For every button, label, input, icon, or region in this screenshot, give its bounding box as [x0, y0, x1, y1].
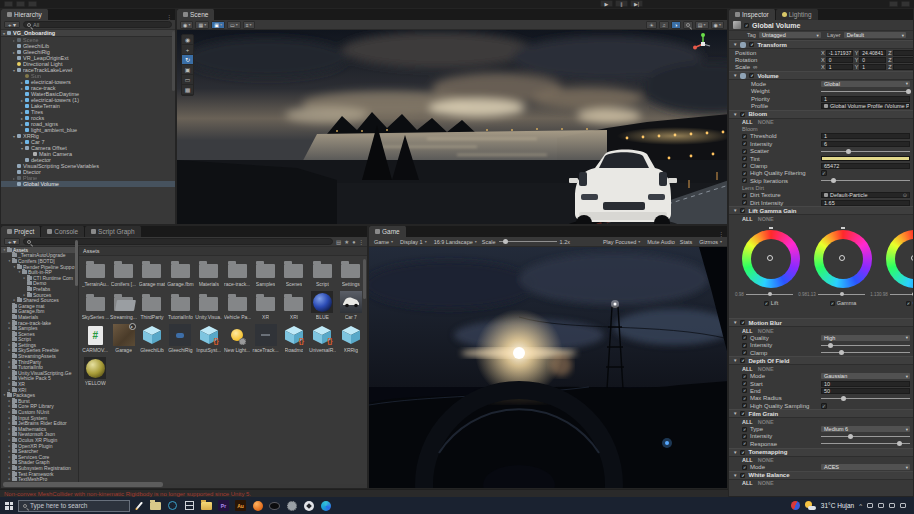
section-header-depth-of-field[interactable]: ▼✓Depth Of Field	[729, 356, 913, 365]
override-checkbox[interactable]: ✓	[742, 193, 747, 198]
asset-xr[interactable]: XR	[251, 291, 279, 320]
play-button[interactable]: ▶	[600, 0, 613, 7]
override-checkbox[interactable]: ✓	[742, 163, 747, 168]
weight-slider[interactable]	[821, 88, 910, 95]
display-dropdown[interactable]: Display 1▾	[398, 238, 429, 246]
project-search-input[interactable]	[23, 238, 333, 245]
quality-dropdown[interactable]: High	[821, 335, 910, 341]
aspect-dropdown[interactable]: 16:9 Landscape▾	[432, 238, 479, 246]
asset-scenes[interactable]: Scenes	[280, 258, 308, 287]
asset-grid-scrollbar[interactable]	[363, 259, 366, 299]
asset-carmov[interactable]: #CARMOV...	[81, 324, 109, 353]
override-checkbox[interactable]: ✓	[742, 441, 747, 446]
all-button[interactable]: ALL	[742, 419, 753, 425]
view-tool[interactable]: ◉	[182, 35, 193, 45]
enabled-checkbox[interactable]: ✓	[749, 73, 754, 78]
gizmos-dropdown[interactable]: ◉▾	[711, 21, 724, 29]
enabled-checkbox[interactable]: ✓	[740, 208, 745, 213]
slider-knob[interactable]	[912, 292, 914, 296]
pen-settings-icon[interactable]	[900, 503, 906, 508]
slider-knob[interactable]	[828, 343, 833, 348]
start-field[interactable]: 10	[821, 381, 910, 387]
foldout-arrow-icon[interactable]: ▼	[733, 358, 737, 363]
section-header-volume[interactable]: ▼✓Volume	[729, 71, 913, 80]
shading-mode-dropdown[interactable]: ◉▾	[180, 21, 193, 29]
taskbar-search-input[interactable]: Type here to search	[18, 500, 130, 512]
unity-hub-icon[interactable]	[300, 497, 317, 514]
override-checkbox[interactable]: ✓	[742, 388, 747, 393]
tab-lighting[interactable]: Lighting	[776, 9, 819, 20]
asset-yellow[interactable]: YELLOW	[81, 357, 109, 386]
layers-dropdown-icon[interactable]: ▤▾	[695, 21, 709, 29]
audition-icon[interactable]: Au	[232, 497, 249, 514]
section-header-lift-gamma-gain[interactable]: ▼✓Lift Gamma Gain	[729, 206, 913, 215]
asset-conifers[interactable]: Conifers [...	[109, 258, 137, 287]
override-checkbox[interactable]: ✓	[742, 200, 747, 205]
enabled-checkbox[interactable]: ✓	[740, 473, 745, 478]
asset-gleechilib[interactable]: GleechiLib	[138, 324, 166, 353]
dirt-texture-object-field[interactable]: Default-Particle⊙	[821, 192, 910, 198]
mute-audio-button[interactable]: Mute Audio	[647, 239, 675, 245]
max-radius-slider[interactable]	[821, 395, 910, 402]
override-checkbox[interactable]: ✓	[742, 141, 747, 146]
gamma-trackball[interactable]: 1.131.13✓Gamma	[807, 230, 879, 307]
lift-trackball[interactable]: 0.980.98✓Lift	[735, 230, 807, 307]
profile-object-field[interactable]: Global Volume Profile (Volume Profil⊙	[821, 103, 910, 109]
enabled-checkbox[interactable]: ✓	[740, 450, 745, 455]
asset-garage-mat[interactable]: Garage mat	[138, 258, 166, 287]
override-checkbox[interactable]: ✓	[742, 149, 747, 154]
override-checkbox[interactable]: ✓	[742, 396, 747, 401]
wheel-slider[interactable]	[746, 292, 793, 297]
all-button[interactable]: ALL	[742, 119, 753, 125]
override-checkbox[interactable]: ✓	[742, 156, 747, 161]
object-picker-icon[interactable]: ⊙	[903, 192, 907, 198]
overlay-menu-button[interactable]: ≡▾	[243, 21, 255, 29]
stylus-app-icon[interactable]	[130, 497, 147, 514]
override-checkbox[interactable]: ✓	[742, 465, 747, 470]
active-checkbox[interactable]: ✓	[744, 23, 749, 28]
axis-gizmo[interactable]	[691, 32, 715, 56]
override-checkbox[interactable]: ✓	[742, 134, 747, 139]
asset-racetrack[interactable]: raceTrack...	[251, 324, 279, 353]
wheel-slider[interactable]	[890, 292, 913, 297]
slider-knob[interactable]	[839, 350, 844, 355]
pause-button[interactable]: ∥	[615, 0, 628, 7]
game-gizmos-dropdown[interactable]: Gizmos▾	[697, 238, 724, 246]
task-view-icon[interactable]	[181, 497, 198, 514]
create-asset-button[interactable]: + ▾	[4, 238, 20, 245]
display-target-dropdown[interactable]: Game▾	[372, 238, 395, 246]
documents-folder-icon[interactable]	[147, 497, 164, 514]
enabled-checkbox[interactable]: ✓	[740, 411, 745, 416]
override-checkbox[interactable]: ✓	[830, 301, 835, 306]
asset-vehicle-pa[interactable]: Vehicle Pa...	[223, 291, 251, 320]
hierarchy-item-scene[interactable]: ▸Scene	[1, 37, 175, 43]
override-checkbox[interactable]: ✓	[742, 434, 747, 439]
asset-garage[interactable]: ▸Garage	[109, 324, 137, 353]
step-button[interactable]: ▶|	[630, 0, 643, 7]
enabled-checkbox[interactable]: ✓	[740, 112, 745, 117]
menu-icon[interactable]: ⋮	[359, 239, 365, 245]
scale-slider[interactable]	[499, 239, 557, 244]
camera-settings-button[interactable]: ▭▾	[227, 21, 241, 29]
color-wheel[interactable]	[814, 230, 872, 288]
axis-field[interactable]: 24.40841	[859, 50, 886, 56]
gain-trackball[interactable]: 0.980.98✓Gain	[879, 230, 913, 307]
weather-icon[interactable]	[805, 501, 816, 510]
dirt-intensity-field[interactable]: 1.65	[821, 200, 910, 206]
priority-field[interactable]: 1	[821, 96, 910, 102]
asset-materials[interactable]: Materials	[195, 258, 223, 287]
asset-race-track[interactable]: race-track...	[223, 258, 251, 287]
rotate-tool[interactable]: ↻	[182, 55, 193, 65]
asset-script[interactable]: Script	[308, 258, 336, 287]
display-icon[interactable]	[878, 503, 884, 508]
override-checkbox[interactable]: ✓	[742, 403, 747, 408]
asset-xri[interactable]: XRI	[280, 291, 308, 320]
tool-icon[interactable]	[16, 1, 25, 7]
mode-dropdown[interactable]: ACES	[821, 464, 910, 470]
override-checkbox[interactable]: ✓	[742, 427, 747, 432]
premiere-icon[interactable]: Pr	[215, 497, 232, 514]
none-button[interactable]: NONE	[758, 216, 774, 222]
foldout-arrow-icon[interactable]: ▼	[733, 208, 737, 213]
file-explorer-icon[interactable]	[198, 497, 215, 514]
dark-oval-app-icon[interactable]	[266, 497, 283, 514]
